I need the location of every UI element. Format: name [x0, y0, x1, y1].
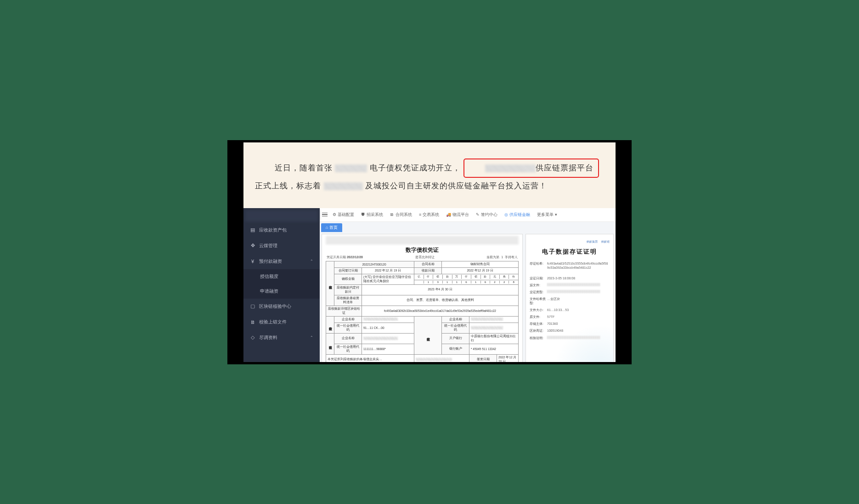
ecert-row: 业证类型:: [530, 290, 610, 294]
cell-value: 2022 年12 月 20 日: [497, 354, 519, 362]
hamburger-icon[interactable]: [321, 211, 328, 218]
cell-value: * 45045 511 13342: [469, 344, 519, 354]
cell-value: [362, 333, 414, 344]
cell-promise: 本凭证所列应收账款的各项信息真实…: [326, 354, 414, 362]
cell-label: 收款日期: [414, 267, 442, 274]
sidebar-label: 云煤管理: [259, 243, 277, 249]
file-icon: 🗎: [250, 319, 255, 325]
cell-value: 2022 年12 月 19 日: [442, 267, 519, 274]
digital-debt-certificate: 数字债权凭证 凭证开具日期 2022/12/20 是否允许转让 当前为第 1 手…: [322, 234, 523, 362]
ecert-row: 业证日期:2023-3-05 18:08:08: [530, 276, 610, 280]
truck-icon: 🚚: [446, 212, 451, 217]
cell-contract-code: 202212HT000120: [334, 261, 414, 267]
cell-hash-value: fc493a4a83092b33bca5053bbd1e49ccd1a017da…: [362, 306, 519, 316]
sidebar-label: 尽调资料: [259, 334, 277, 341]
cell-label: 统一社会信用代码: [334, 344, 362, 354]
list-icon: ≡: [419, 212, 421, 217]
cell-digits-header: 亿仟佰拾万仟佰拾元角分: [414, 274, 519, 280]
sidebar-subitem-apply-finance[interactable]: 申请融资: [243, 284, 320, 299]
app-sidebar: ▤ 应收款资产包 ✥ 云煤管理 ¥ 预付款融资 授信额度 申请融资 ▢ 区块链核…: [243, 208, 320, 362]
text: 是否允许转让: [415, 255, 435, 260]
cell-label: 合同名称: [414, 261, 442, 267]
circle-icon: ◎: [504, 212, 508, 217]
text: 近日，随着首张: [275, 164, 333, 172]
cell-amount-text: (大写) 壹仟叁佰壹拾壹万陆仟壹佰陆拾贰元式角捌分: [362, 274, 414, 284]
nav-label: 基础配置: [338, 212, 354, 218]
logo-ant-chain: 蚂蚁链: [601, 240, 610, 244]
cell-label: 开户银行: [442, 333, 469, 344]
cloud-icon: ✥: [250, 243, 255, 249]
ecert-label: 原文件:: [530, 315, 547, 319]
sidebar-item-due-diligence[interactable]: ◇ 尽调资料: [243, 330, 320, 345]
ecert-row: 区块高证:100519048: [530, 328, 610, 333]
cell-value: [362, 316, 414, 323]
tab-bar: ⌂ 首页: [320, 222, 616, 232]
sidebar-logo-redacted: [245, 210, 318, 221]
cell-label: 统一社会信用代码: [334, 323, 362, 333]
ecert-row: 原文件:57TF: [530, 315, 610, 319]
sidebar-subitem-credit-limit[interactable]: 授信额度: [243, 269, 320, 284]
ecert-value: [547, 283, 610, 287]
nav-logistics[interactable]: 🚚物流平台: [443, 210, 472, 220]
vlabel-creditor: 应收账款债权人: [414, 316, 442, 354]
sidebar-item-prepay-finance[interactable]: ¥ 预付款融资: [243, 254, 320, 269]
nav-label: 更多菜单 ▾: [537, 212, 557, 218]
ecert-label: 存证哈希:: [530, 261, 547, 270]
ecert-value: fc493a4a83/52516c5555db4fc49ccdfa5f589c5…: [547, 261, 610, 270]
cell-label: 签发日期: [469, 354, 497, 362]
nav-label: 交易系统: [423, 212, 439, 218]
redacted-text: [547, 290, 600, 293]
nav-supply-chain-finance[interactable]: ◎供应链金融: [502, 210, 533, 220]
document-area: 数字债权凭证 凭证开具日期 2022/12/20 是否允许转让 当前为第 1 手…: [320, 232, 616, 362]
embedded-app-screenshot: ▤ 应收款资产包 ✥ 云煤管理 ¥ 预付款融资 授信额度 申请融资 ▢ 区块链核…: [243, 208, 616, 362]
ecert-label: 区块高证:: [530, 328, 547, 333]
ecert-row: 文件大小:61…10:33…53: [530, 308, 610, 312]
highlighted-phrase: 供应链票据平台: [463, 159, 599, 178]
presentation-frame: 近日，随着首张 电子债权凭证成功开立， 供应链票据平台 正式上线，标志着 及城投…: [227, 140, 632, 364]
sidebar-item-cloud-coal[interactable]: ✥ 云煤管理: [243, 238, 320, 254]
ecert-row: 文件哈希类型:…全区块: [530, 297, 610, 305]
nav-label: 供应链金融: [509, 212, 530, 218]
cell-label: 应收账款基础资料清单: [334, 295, 362, 306]
ecert-row: 存储主体:701360: [530, 322, 610, 326]
cell-value: [469, 316, 519, 323]
cell-value: 钢材销售合同: [442, 261, 519, 267]
sidebar-item-verify-onchain-files[interactable]: 🗎 校验上链文件: [243, 314, 320, 330]
nav-procurement[interactable]: ⛊招采系统: [358, 210, 386, 220]
ecert-title: 电子数据存证证明: [530, 248, 610, 256]
pen-icon: ✎: [476, 212, 480, 217]
ecert-row: 存证哈希:fc493a4a83/52516c5555db4fc49ccdfa5f…: [530, 261, 610, 270]
nav-contract[interactable]: 🗎合同系统: [387, 210, 415, 220]
ecert-row: 核验说明:: [530, 336, 610, 340]
ecert-label: 存储主体:: [530, 322, 547, 326]
cell-value: 合同、发票、送货签单、收货确认函、其他资料: [362, 295, 519, 306]
block-icon: ▢: [250, 304, 255, 309]
nav-basic-config[interactable]: ⚙基础配置: [330, 210, 357, 220]
sidebar-item-receivables[interactable]: ▤ 应收款资产包: [243, 222, 320, 238]
ecert-value: 57TF: [547, 315, 610, 319]
certificate-title: 数字债权凭证: [326, 246, 519, 254]
nav-label: 物流平台: [452, 212, 469, 218]
text: 手持有人: [505, 255, 518, 259]
main-panel: ⚙基础配置 ⛊招采系统 🗎合同系统 ≡交易系统 🚚物流平台 ✎签约中心 ◎供应链…: [320, 208, 616, 362]
redacted-text: [547, 336, 600, 339]
nav-signing[interactable]: ✎签约中心: [473, 210, 500, 220]
ecert-value: …全区块: [547, 297, 610, 305]
redacted-text: [335, 164, 367, 172]
sidebar-item-blockchain-verify[interactable]: ▢ 区块链核验中心: [243, 299, 320, 314]
redacted-header: [326, 236, 519, 244]
text: 供应链票据平台: [536, 164, 593, 172]
cell-value: 2022 年12 月 19 日: [362, 267, 414, 274]
text: 电子债权凭证成功开立，: [370, 164, 461, 172]
nav-more-menu[interactable]: 更多菜单 ▾: [534, 210, 560, 220]
tab-home[interactable]: ⌂ 首页: [321, 223, 342, 232]
shield-icon: ⛊: [361, 212, 365, 217]
sidebar-label: 校验上链文件: [259, 319, 287, 325]
cell-label: 应收账款约定付款日: [334, 284, 362, 295]
text: 正式上线，标志着: [255, 181, 321, 190]
nav-trade[interactable]: ≡交易系统: [416, 210, 442, 220]
logo-ant-group: 蚂蚁集团: [587, 240, 598, 244]
electronic-evidence-certificate: 蚂蚁集团 蚂蚁链 电子数据存证证明 存证哈希:fc493a4a83/52516c…: [526, 234, 614, 362]
cell-label: 应收账款详情区块链哈证: [326, 306, 362, 316]
gear-icon: ⚙: [333, 212, 336, 217]
